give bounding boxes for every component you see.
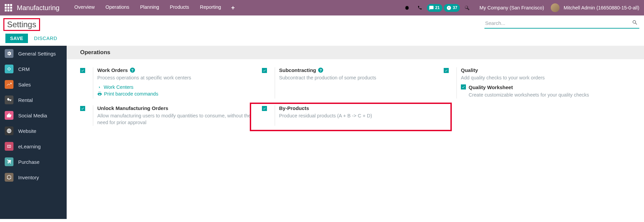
settings-sidebar[interactable]: General Settings CRM Sales Rental Social… xyxy=(0,46,67,219)
search-wrap xyxy=(484,18,639,29)
setting-byproducts-highlight: By-Products Produce residual products (A… xyxy=(250,103,451,131)
breadcrumb-highlight: Settings xyxy=(3,18,40,31)
settings-content[interactable]: Operations Work Orders ? Process operati… xyxy=(67,46,644,219)
sidebar-item-label: Website xyxy=(18,128,36,134)
handshake-icon xyxy=(5,65,13,73)
bug-icon[interactable] xyxy=(401,2,413,13)
sidebar-item-general[interactable]: General Settings xyxy=(0,46,67,61)
sidebar-item-label: Rental xyxy=(18,97,33,103)
company-switcher[interactable]: My Company (San Francisco) xyxy=(479,5,544,10)
setting-desc: Process operations at specific work cent… xyxy=(97,74,252,81)
sidebar-item-label: Social Media xyxy=(18,113,47,118)
topbar: Manufacturing Overview Operations Planni… xyxy=(0,0,644,15)
sidebar-item-label: eLearning xyxy=(18,144,41,149)
tool-icon[interactable] xyxy=(461,2,473,13)
topbar-right: 21 37 My Company (San Francisco) Mitchel… xyxy=(401,2,641,13)
gear-icon xyxy=(5,49,13,58)
main: General Settings CRM Sales Rental Social… xyxy=(0,46,644,219)
sidebar-item-rental[interactable]: Rental xyxy=(0,92,67,108)
setting-title-text: Subcontracting xyxy=(279,67,316,73)
checkbox-quality[interactable] xyxy=(444,68,449,73)
app-brand[interactable]: Manufacturing xyxy=(17,4,60,12)
avatar[interactable] xyxy=(551,3,560,12)
settings-grid: Work Orders ? Process operations at spec… xyxy=(67,59,644,137)
discard-button[interactable]: DISCARD xyxy=(34,36,57,41)
sidebar-item-elearning[interactable]: eLearning xyxy=(0,139,67,154)
nav-menu: Overview Operations Planning Products Re… xyxy=(69,4,239,11)
checkbox-work-orders[interactable] xyxy=(80,68,85,73)
messages-pill[interactable]: 21 xyxy=(427,4,442,12)
nav-operations[interactable]: Operations xyxy=(100,4,135,11)
activities-pill[interactable]: 37 xyxy=(444,4,460,12)
setting-desc: Subcontract the production of some produ… xyxy=(279,74,434,81)
phone-icon[interactable] xyxy=(414,2,426,13)
chart-icon xyxy=(5,80,13,89)
sidebar-item-label: General Settings xyxy=(18,51,56,57)
setting-work-orders: Work Orders ? Process operations at spec… xyxy=(70,65,252,103)
checkbox-quality-worksheet[interactable] xyxy=(461,84,466,89)
setting-quality: Quality Add quality checks to your work … xyxy=(434,65,615,103)
nav-reporting[interactable]: Reporting xyxy=(195,4,227,11)
book-icon xyxy=(5,142,13,151)
sidebar-item-label: Sales xyxy=(18,82,31,87)
setting-desc: Add quality checks to your work orders xyxy=(461,74,615,81)
nav-overview[interactable]: Overview xyxy=(69,4,100,11)
sidebar-item-sales[interactable]: Sales xyxy=(0,77,67,92)
nav-add-icon[interactable]: + xyxy=(227,4,240,11)
setting-title-text: Work Orders xyxy=(97,67,128,73)
activities-count: 37 xyxy=(453,5,457,10)
sidebar-item-purchase[interactable]: Purchase xyxy=(0,154,67,170)
sidebar-item-website[interactable]: Website xyxy=(0,123,67,139)
sidebar-item-crm[interactable]: CRM xyxy=(0,61,67,77)
search-input[interactable] xyxy=(484,18,631,28)
sub-setting-desc: Create customizable worksheets for your … xyxy=(469,91,615,98)
apps-icon[interactable] xyxy=(5,4,12,11)
setting-title-text: Unlock Manufacturing Orders xyxy=(97,105,168,111)
sub-setting-title: Quality Worksheet xyxy=(469,84,615,90)
section-title: Operations xyxy=(67,46,644,59)
cart-icon xyxy=(5,157,13,166)
subbar: Settings xyxy=(0,15,644,32)
sidebar-item-label: Inventory xyxy=(18,175,39,180)
key-icon xyxy=(5,96,13,104)
checkbox-unlock-mo[interactable] xyxy=(80,106,85,111)
link-work-centers[interactable]: Work Centers xyxy=(97,84,252,90)
sidebar-item-label: Purchase xyxy=(18,159,39,165)
username[interactable]: Mitchell Admin (16650880-15-0-all) xyxy=(564,5,639,10)
help-icon[interactable]: ? xyxy=(318,68,323,73)
link-print-barcode[interactable]: Print barcode commands xyxy=(97,91,252,97)
help-icon[interactable]: ? xyxy=(130,68,135,73)
checkbox-byproducts[interactable] xyxy=(262,106,267,111)
sidebar-item-inventory[interactable]: Inventory xyxy=(0,170,67,185)
actions-row: SAVE DISCARD xyxy=(0,32,644,46)
search-icon[interactable] xyxy=(631,18,639,28)
nav-products[interactable]: Products xyxy=(165,4,195,11)
nav-planning[interactable]: Planning xyxy=(135,4,164,11)
setting-unlock-mo: Unlock Manufacturing Orders Allow manufa… xyxy=(70,103,252,131)
box-icon xyxy=(5,173,13,182)
messages-count: 21 xyxy=(435,5,440,10)
setting-title-text: Quality xyxy=(461,67,478,73)
setting-desc: Allow manufacturing users to modify quan… xyxy=(97,112,252,126)
setting-desc: Produce residual products (A + B -> C + … xyxy=(279,112,451,119)
save-button[interactable]: SAVE xyxy=(5,34,28,43)
setting-title-text: By-Products xyxy=(279,105,309,111)
thumb-icon xyxy=(5,111,13,120)
setting-subcontracting: Subcontracting ? Subcontract the product… xyxy=(252,65,434,103)
sidebar-item-label: CRM xyxy=(18,66,30,72)
sidebar-item-social[interactable]: Social Media xyxy=(0,108,67,123)
checkbox-subcontracting[interactable] xyxy=(262,68,267,73)
page-title: Settings xyxy=(7,20,36,29)
globe-icon xyxy=(5,126,13,135)
